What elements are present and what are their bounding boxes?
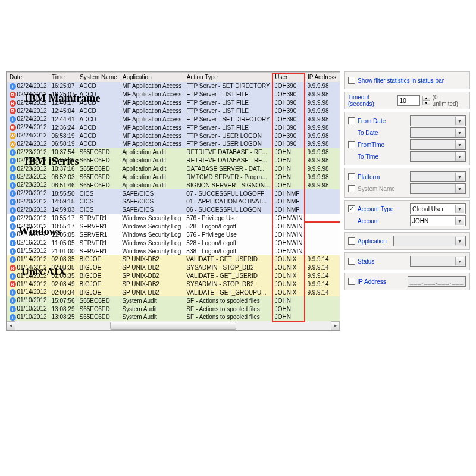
status-checkbox[interactable] <box>348 258 355 265</box>
platform-dropdown[interactable]: ▼ <box>410 171 466 182</box>
status-icon: i <box>10 158 16 164</box>
table-row[interactable]: i02/24/201212:44:41ADCDMF Application Ac… <box>7 115 341 123</box>
table-row[interactable]: i02/16/201211:05:05SERVER1Windows Securi… <box>7 230 341 239</box>
status-icon: i <box>10 116 16 123</box>
from-time-field[interactable]: ▼ <box>410 139 466 150</box>
table-row[interactable]: i02/23/201210:37:54S65EC6EDApplication A… <box>7 148 341 156</box>
ip-checkbox[interactable] <box>348 278 355 285</box>
status-icon: R <box>10 124 16 131</box>
status-icon: i <box>10 182 16 189</box>
col-action-type[interactable]: Action Type <box>184 73 272 82</box>
table-row[interactable]: R02/24/201216:25:07ADCDMF Application Ac… <box>7 90 341 99</box>
ip-field[interactable]: ___.___.___.___ <box>408 276 466 287</box>
status-icon: i <box>10 248 16 255</box>
table-row[interactable]: i02/23/201210:37:39S65EC6EDApplication A… <box>7 156 341 165</box>
status-icon: i <box>10 165 16 172</box>
status-label: Status <box>358 258 408 265</box>
table-row[interactable]: R01/14/201202:08:35BIGJOESP UNIX-DB2SYSA… <box>7 264 341 272</box>
status-icon: i <box>10 83 16 90</box>
status-icon: i <box>10 256 16 263</box>
from-date-field[interactable]: ▼ <box>410 115 466 126</box>
table-row[interactable]: R02/24/201212:46:17ADCDMF Application Ac… <box>7 99 341 107</box>
table-row[interactable]: i01/14/201202:08:35BIGJOESP UNIX-DB2VALI… <box>7 255 341 264</box>
table-row[interactable]: i01/10/201213:08:29S65EC6EDSystem AuditS… <box>7 305 341 313</box>
col-system-name[interactable]: System Name <box>77 73 120 82</box>
status-icon: i <box>10 273 16 280</box>
col-time[interactable]: Time <box>49 73 77 82</box>
ip-label: IP Address <box>358 278 405 285</box>
timeout-spinner[interactable]: ▲▼ <box>422 96 430 105</box>
table-row[interactable]: W02/24/201206:58:19ADCDMF Application Ac… <box>7 131 341 140</box>
account-type-dropdown[interactable]: Global User▼ <box>410 203 466 214</box>
col-application[interactable]: Application <box>120 73 184 82</box>
filter-group-platform: Platform ▼ System Name ▼ <box>344 168 470 198</box>
status-icon: i <box>10 306 16 312</box>
to-time-label: To Time <box>358 154 408 160</box>
account-label: Account <box>358 218 408 224</box>
filter-group-application: Application ▼ <box>344 232 470 250</box>
from-date-checkbox[interactable] <box>348 117 355 124</box>
status-icon: i <box>10 289 16 296</box>
status-icon: R <box>10 92 16 98</box>
to-date-field[interactable]: ▼ <box>410 127 466 138</box>
table-row[interactable]: i02/23/201210:37:16S65EC6EDApplication A… <box>7 165 341 173</box>
table-row[interactable]: i02/16/201211:05:05SERVER1Windows Securi… <box>7 239 341 247</box>
status-icon: i <box>10 174 16 180</box>
status-icon: i <box>10 149 16 156</box>
show-stats-checkbox[interactable] <box>348 77 355 84</box>
account-dropdown[interactable]: JOHN▼ <box>410 215 466 226</box>
account-type-label: Account Type <box>358 206 408 212</box>
table-row[interactable]: i02/20/201214:59:15CICSSAFE/CICS01 - APP… <box>7 198 341 206</box>
table-row[interactable]: i02/24/201216:25:07ADCDMF Application Ac… <box>7 82 341 90</box>
table-row[interactable]: R02/24/201212:45:04ADCDMF Application Ac… <box>7 107 341 115</box>
table-row[interactable]: i01/10/201215:07:56S65EC6EDSystem AuditS… <box>7 296 341 305</box>
timeout-label: Timeout (seconds): <box>348 94 395 107</box>
table-header-row: DateTimeSystem NameApplicationAction Typ… <box>7 73 341 82</box>
platform-checkbox[interactable] <box>348 173 355 180</box>
scroll-left-button[interactable]: ◄ <box>7 321 15 330</box>
status-icon: R <box>10 281 16 287</box>
status-dropdown[interactable]: ▼ <box>410 256 466 267</box>
table-row[interactable]: i02/23/201208:51:46S65EC6EDApplication A… <box>7 181 341 189</box>
horiz-scrollbar[interactable]: ◄ ► <box>7 321 340 330</box>
filter-group-dates: From Date ▼ To Date ▼ FromTime ▼ To Time… <box>344 112 470 165</box>
audit-table: DateTimeSystem NameApplicationAction Typ… <box>7 72 340 321</box>
table-row[interactable]: i02/20/201210:55:17SERVER1Windows Securi… <box>7 214 341 223</box>
col-ip-address[interactable]: IP Address <box>305 73 339 82</box>
from-time-checkbox[interactable] <box>348 141 355 148</box>
application-dropdown[interactable]: ▼ <box>393 236 466 246</box>
table-row[interactable]: i02/23/201208:52:03S65EC6EDApplication A… <box>7 173 341 181</box>
show-stats-label: Show filter statistics in status bar <box>358 77 444 84</box>
scroll-thumb[interactable] <box>110 322 236 330</box>
table-row[interactable]: i01/15/201221:01:00SERVER1Windows Securi… <box>7 247 341 255</box>
table-row[interactable]: i01/10/201213:08:25S65EC6EDSystem AuditS… <box>7 313 341 321</box>
application-checkbox[interactable] <box>348 237 355 245</box>
filter-group-timeout: Timeout (seconds): 10 ▲▼ (0 - unlimited) <box>344 92 470 109</box>
table-row[interactable]: i02/20/201218:55:50CICSSAFE/CICS07 - SUC… <box>7 189 341 198</box>
timeout-hint: (0 - unlimited) <box>433 94 466 107</box>
table-row[interactable]: i02/20/201214:59:03CICSSAFE/CICS06 - SUC… <box>7 206 341 214</box>
status-icon: i <box>10 231 16 238</box>
application-label: Application <box>358 238 391 245</box>
system-name-dropdown[interactable]: ▼ <box>410 183 466 194</box>
table-row[interactable]: i02/20/201210:55:17SERVER1Windows Securi… <box>7 223 341 231</box>
timeout-input[interactable]: 10 <box>397 95 420 106</box>
table-row[interactable]: i01/14/201202:08:35BIGJOESP UNIX-DB2VALI… <box>7 272 341 280</box>
status-icon: i <box>10 207 16 214</box>
col-library[interactable]: Library <box>339 73 340 82</box>
scroll-right-button[interactable]: ► <box>331 321 340 330</box>
status-icon: i <box>10 223 16 230</box>
to-time-field[interactable]: ▼ <box>410 151 466 162</box>
col-date[interactable]: Date <box>7 73 49 82</box>
col-user[interactable]: User <box>273 73 305 82</box>
account-type-checkbox[interactable] <box>348 205 355 212</box>
audit-grid-pane: DateTimeSystem NameApplicationAction Typ… <box>6 71 340 331</box>
table-row[interactable]: R02/24/201212:36:24ADCDMF Application Ac… <box>7 123 341 131</box>
table-row[interactable]: R01/14/201202:03:49BIGJOESP UNIX-DB2SYSA… <box>7 280 341 289</box>
status-icon: i <box>10 199 16 205</box>
filter-group-stats: Show filter statistics in status bar <box>344 71 470 89</box>
scroll-track[interactable] <box>15 321 331 330</box>
table-row[interactable]: W02/24/201206:58:19ADCDMF Application Ac… <box>7 140 341 148</box>
system-name-checkbox[interactable] <box>348 185 355 192</box>
table-row[interactable]: i01/14/201202:00:34BIGJOESP UNIX-DB2VALI… <box>7 288 341 296</box>
